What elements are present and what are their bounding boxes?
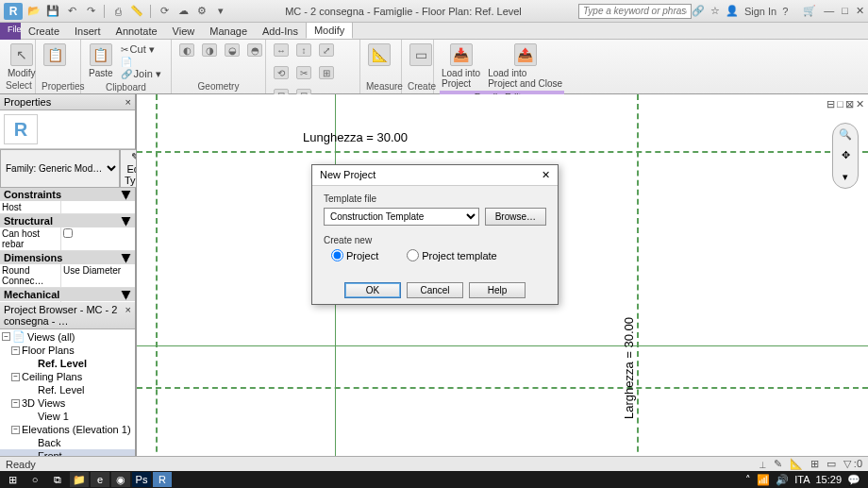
ok-button[interactable]: OK (344, 282, 401, 298)
tree-ref-level[interactable]: Ref. Level (0, 357, 135, 370)
undo-icon[interactable]: ↶ (64, 4, 79, 19)
explorer-icon[interactable]: 📁 (70, 472, 89, 487)
tab-modify[interactable]: Modify (306, 22, 353, 39)
view-ctrl-1[interactable]: ⊟ (826, 98, 835, 110)
tree-views[interactable]: −📄 Views (all) (0, 329, 135, 344)
create-button[interactable]: ▭ (408, 42, 434, 70)
revit-taskbar-icon[interactable]: R (153, 472, 172, 487)
tree-elevations[interactable]: −Elevations (Elevation 1) (0, 423, 135, 436)
browse-button[interactable]: Browse… (485, 208, 546, 226)
wifi-icon[interactable]: 📶 (757, 474, 770, 486)
tab-create[interactable]: Create (21, 24, 67, 39)
cloud-icon[interactable]: ☁ (175, 4, 191, 19)
view-ctrl-3[interactable]: ⊠ (845, 98, 854, 110)
search-input[interactable] (578, 4, 692, 19)
properties-close-icon[interactable]: × (125, 96, 131, 108)
status-icon-2[interactable]: ✎ (774, 458, 782, 470)
modify-tool-button[interactable]: ↖Modify (6, 42, 37, 80)
mod-tool-1[interactable]: ↔ (272, 42, 291, 60)
print-icon[interactable]: ⎙ (110, 4, 125, 19)
zoom-icon[interactable]: 🔍 (839, 128, 852, 141)
pan-icon[interactable]: ✥ (842, 149, 850, 161)
minimize-icon[interactable]: — (824, 5, 834, 17)
section-structural[interactable]: Structural⯆ (0, 214, 135, 227)
geom-tool-2[interactable]: ◑ (200, 42, 219, 60)
start-button[interactable]: ⊞ (2, 472, 23, 487)
settings-icon[interactable]: ⚙ (194, 4, 209, 19)
tab-view[interactable]: View (165, 24, 203, 39)
close-icon[interactable]: ✕ (856, 5, 864, 17)
measure-button[interactable]: 📐 (366, 42, 392, 70)
paste-button[interactable]: 📋Paste (87, 42, 115, 80)
tree-floor-plans[interactable]: −Floor Plans (0, 344, 135, 357)
radio-project[interactable]: Project (331, 249, 378, 261)
save-icon[interactable]: 💾 (45, 4, 60, 19)
help-icon[interactable]: ? (782, 6, 788, 17)
filter-icon[interactable]: ▽ :0 (843, 458, 862, 470)
measure-icon[interactable]: 📏 (129, 4, 144, 19)
join-button[interactable]: 🔗 Join ▾ (121, 68, 161, 80)
redo-icon[interactable]: ↷ (83, 4, 98, 19)
clock[interactable]: 15:29 (815, 474, 842, 485)
mod-tool-2[interactable]: ↕ (294, 42, 313, 60)
view-ctrl-4[interactable]: ✕ (856, 98, 864, 110)
tree-back[interactable]: Back (0, 436, 135, 449)
star-icon[interactable]: ☆ (710, 5, 720, 17)
tab-insert[interactable]: Insert (67, 24, 108, 39)
info-icon[interactable]: 🔗 (692, 5, 705, 17)
radio-project-template[interactable]: Project template (407, 249, 496, 261)
load-into-project-button[interactable]: 📥Load into Project (440, 42, 482, 91)
tree-3d-views[interactable]: −3D Views (0, 396, 135, 410)
mod-tool-3[interactable]: ⤢ (317, 42, 336, 60)
signin-link[interactable]: Sign In (744, 6, 776, 17)
section-dimensions[interactable]: Dimensions⯆ (0, 251, 135, 264)
tab-addins[interactable]: Add-Ins (255, 24, 306, 39)
tab-annotate[interactable]: Annotate (108, 24, 165, 39)
row-host-value[interactable] (61, 201, 135, 213)
status-icon-1[interactable]: ⟂ (760, 459, 766, 470)
volume-icon[interactable]: 🔊 (776, 474, 789, 486)
load-into-project-close-button[interactable]: 📤Load into Project and Close (486, 42, 564, 91)
mod-tool-4[interactable]: ⟲ (272, 64, 291, 83)
tree-ref-level-2[interactable]: Ref. Level (0, 383, 135, 396)
sync-icon[interactable]: ⟳ (157, 4, 172, 19)
photoshop-icon[interactable]: Ps (132, 472, 151, 487)
view-ctrl-2[interactable]: □ (837, 98, 843, 110)
properties-button[interactable]: 📋 (42, 42, 68, 70)
tab-manage[interactable]: Manage (202, 24, 255, 39)
mod-tool-5[interactable]: ✂ (294, 64, 313, 83)
row-round-value[interactable]: Use Diameter (61, 264, 135, 287)
section-constraints[interactable]: Constraints⯆ (0, 188, 135, 201)
cancel-button[interactable]: Cancel (407, 282, 463, 298)
chrome-icon[interactable]: ◉ (111, 472, 130, 487)
tray-chevron-icon[interactable]: ˄ (745, 474, 751, 486)
copy-button[interactable]: 📄 (121, 57, 132, 67)
file-tab[interactable]: File (0, 23, 21, 40)
section-mechanical[interactable]: Mechanical⯆ (0, 288, 135, 301)
user-icon[interactable]: 👤 (726, 5, 739, 17)
mod-tool-6[interactable]: ⊞ (317, 64, 336, 83)
dialog-close-icon[interactable]: ✕ (542, 169, 550, 181)
geom-tool-4[interactable]: ◓ (245, 42, 264, 60)
status-icon-4[interactable]: ⊞ (810, 458, 819, 470)
row-rebar-checkbox[interactable] (63, 228, 73, 238)
geom-tool-3[interactable]: ◒ (223, 42, 242, 60)
language-icon[interactable]: ITA (794, 474, 810, 485)
maximize-icon[interactable]: □ (842, 5, 848, 17)
status-icon-3[interactable]: 📐 (790, 458, 803, 470)
cut-button[interactable]: ✂ Cut ▾ (121, 43, 155, 56)
cart-icon[interactable]: 🛒 (803, 5, 816, 17)
notifications-icon[interactable]: 💬 (847, 474, 860, 486)
status-icon-5[interactable]: ▭ (826, 458, 836, 470)
dropdown-icon[interactable]: ▾ (213, 4, 228, 19)
browser-close-icon[interactable]: × (125, 304, 131, 327)
open-icon[interactable]: 📂 (26, 4, 42, 19)
template-select[interactable]: Construction Template (324, 208, 479, 226)
wheel-dropdown-icon[interactable]: ▾ (843, 171, 848, 183)
family-selector[interactable]: Family: Generic Mod… (0, 149, 120, 188)
tree-view1[interactable]: View 1 (0, 410, 135, 423)
help-button[interactable]: Help (469, 282, 526, 298)
cortana-icon[interactable]: ○ (25, 472, 45, 487)
geom-tool-1[interactable]: ◐ (177, 42, 196, 60)
task-view-icon[interactable]: ⧉ (47, 472, 68, 487)
